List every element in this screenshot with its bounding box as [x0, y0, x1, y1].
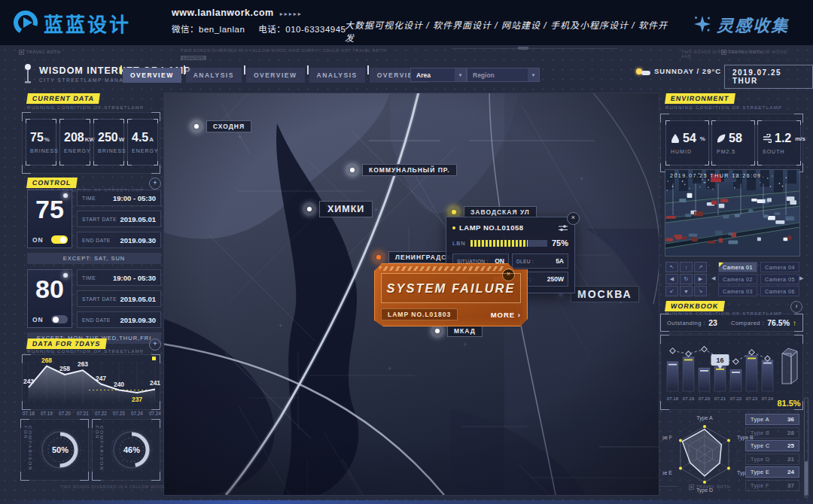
- environment-stats: 54%HUMID58PM2.51.2m/sSOUTH: [665, 120, 801, 165]
- camera-pan-right[interactable]: ▶: [694, 274, 707, 284]
- lanlan-logo-icon: [12, 9, 39, 36]
- camera-select-2[interactable]: Camera 02: [718, 274, 757, 284]
- scrollbar-thumb[interactable]: [805, 461, 808, 496]
- environment-stat-humid: 54%HUMID: [665, 120, 709, 165]
- svg-text:07.24: 07.24: [149, 411, 161, 416]
- camera-next-button[interactable]: ▶: [799, 275, 803, 281]
- brand-name: 蓝蓝设计: [44, 9, 131, 37]
- lamp-state-row: ON: [32, 315, 68, 323]
- current-stat-energy-4: 4.5AENERGY: [127, 119, 158, 165]
- camera-pan-left[interactable]: ◀: [665, 274, 678, 284]
- camera-pan-rotate[interactable]: ↻: [680, 274, 693, 284]
- map-label-6[interactable]: МКАД: [432, 325, 483, 337]
- decor-slider-line: [452, 48, 617, 49]
- lamp-toggle[interactable]: [51, 235, 68, 244]
- popup-field-value: 5A: [556, 257, 564, 265]
- date-display: 2019.07.25 THUR: [724, 65, 813, 89]
- camera-name: Camera 02: [723, 276, 753, 283]
- schedule-row-start-date[interactable]: START DATE2019.05.01: [77, 290, 161, 307]
- camera-select-3[interactable]: Camera 03: [718, 286, 757, 296]
- camera-pan-up-left[interactable]: ↖: [665, 262, 678, 272]
- sliders-icon[interactable]: [558, 224, 568, 232]
- type-value: 24: [787, 469, 794, 475]
- map-label-3[interactable]: ХИМКИ: [304, 201, 373, 217]
- dashboard: TRAVEL BOTH TWO ROADS DIVERGED IN A YELL…: [0, 45, 813, 504]
- svg-text:Type A: Type A: [696, 415, 713, 421]
- cloud-icon: [641, 71, 650, 75]
- camera-pan-down[interactable]: ▼: [680, 286, 693, 296]
- control-add-button[interactable]: +: [149, 178, 161, 190]
- workbook-badge: WORKBOOK: [665, 301, 724, 311]
- contact-line: 微信：ben_lanlan电话：010-63334945: [172, 23, 359, 35]
- bar-label: LBN: [452, 240, 466, 247]
- camera-select-1[interactable]: Camera 01: [718, 262, 757, 272]
- type-row-type-c[interactable]: Type C25: [745, 440, 799, 451]
- map-label-2[interactable]: КОММУНАЛЬНЫЙ ПР.: [347, 164, 457, 176]
- camera-select-5[interactable]: Camera 05: [760, 274, 799, 284]
- map-label-1[interactable]: СХОДНЯ: [191, 120, 251, 132]
- tab-analysis-2[interactable]: ANALYSIS: [186, 68, 242, 83]
- svg-text:16: 16: [716, 357, 723, 364]
- camera-feed[interactable]: [665, 170, 799, 256]
- area-select[interactable]: Area ▾: [410, 68, 467, 82]
- type-row-type-f[interactable]: Type F37: [745, 480, 799, 491]
- chevron-down-icon[interactable]: ▾: [528, 68, 539, 81]
- lamp-toggle[interactable]: [51, 315, 68, 323]
- type-row-type-e[interactable]: Type E24: [745, 466, 799, 478]
- compared-value: 76.5%: [767, 318, 790, 327]
- schedule-row-time[interactable]: TIME19:00 - 05:30: [77, 269, 161, 286]
- workbook-side-value: 81.5%: [775, 399, 802, 408]
- schedule-row-end-date[interactable]: END DATE2019.09.30: [77, 232, 161, 248]
- svg-text:07.21: 07.21: [714, 396, 726, 401]
- type-row-type-d[interactable]: Type D31: [745, 454, 799, 465]
- map-pin-yellow-icon: [449, 207, 459, 217]
- schedule-row-value: 2019.09.30: [120, 236, 156, 244]
- stat-value: 208: [64, 131, 84, 144]
- camera-pan-up[interactable]: ↑: [680, 262, 693, 272]
- tab-label: ANALYSIS: [193, 71, 234, 79]
- env-stat-main: 1.2m/s: [763, 132, 805, 145]
- brightness-bar[interactable]: [470, 240, 547, 247]
- decor-check-item: TRAVEL BOTH: [721, 50, 763, 55]
- schedule-row-start-date[interactable]: START DATE2019.05.01: [77, 211, 161, 227]
- tab-label: ANALYSIS: [317, 71, 358, 79]
- collection-link[interactable]: 灵感收集: [693, 12, 789, 36]
- collection-label: 灵感收集: [717, 12, 789, 36]
- lamp-level-display: 75ON: [27, 190, 72, 248]
- svg-text:46%: 46%: [123, 445, 140, 454]
- alert-lamp-id: LAMP NO.L01803: [381, 308, 458, 320]
- city-map[interactable]: ++++++++ × LAMP NO.L01058 LBN 75%: [164, 93, 659, 495]
- svg-text:Type F: Type F: [662, 435, 672, 441]
- gauge-ring: 50%: [36, 426, 84, 474]
- svg-text:07.18: 07.18: [23, 411, 35, 416]
- type-row-type-b[interactable]: Type B28: [745, 427, 799, 439]
- spark-star-icon: [693, 14, 712, 34]
- tab-analysis-4[interactable]: ANALYSIS: [309, 68, 365, 83]
- popup-close-icon[interactable]: ×: [567, 212, 580, 225]
- camera-select-4[interactable]: Camera 04: [760, 262, 799, 272]
- schedule-row-label: START DATE: [82, 296, 117, 302]
- schedule-row-end-date[interactable]: END DATE2019.09.30: [77, 311, 161, 328]
- schedule-row-time[interactable]: TIME19:00 - 05:30: [77, 190, 161, 206]
- alert-more-button[interactable]: MORE ›: [491, 311, 521, 319]
- popup-field-value: 250W: [547, 275, 564, 283]
- week-expand-button[interactable]: +: [149, 339, 161, 351]
- right-scrollbar[interactable]: [804, 397, 808, 498]
- camera-pan-down-left[interactable]: ↙: [665, 286, 678, 296]
- camera-select-6[interactable]: Camera 06: [760, 286, 799, 296]
- tab-overview-1[interactable]: OVERVIEW: [123, 68, 181, 83]
- region-select[interactable]: Region ▾: [467, 68, 540, 82]
- chevron-down-icon[interactable]: ▾: [455, 68, 466, 81]
- camera-pan-down-right[interactable]: ↘: [694, 286, 707, 296]
- workbook-next-button[interactable]: ›: [790, 301, 802, 313]
- lamp-id: LAMP NO.L01058: [459, 223, 524, 232]
- tab-overview-3[interactable]: OVERVIEW: [246, 68, 305, 83]
- current-stat-energy-2: 208KWENERGY: [59, 119, 90, 165]
- site-url[interactable]: www.lanlanwork.com▸▸▸▸▸: [172, 8, 359, 18]
- camera-prev-button[interactable]: ◀: [711, 275, 715, 281]
- workbook-bar-chart: 07.1807.1907.2007.2107.2207.2307.2416: [664, 339, 778, 408]
- camera-pan-up-right[interactable]: ↗: [694, 262, 707, 272]
- type-row-type-a[interactable]: Type A36: [745, 414, 799, 425]
- type-label: Type D: [751, 456, 770, 463]
- lamp-level-value: 75: [28, 196, 72, 222]
